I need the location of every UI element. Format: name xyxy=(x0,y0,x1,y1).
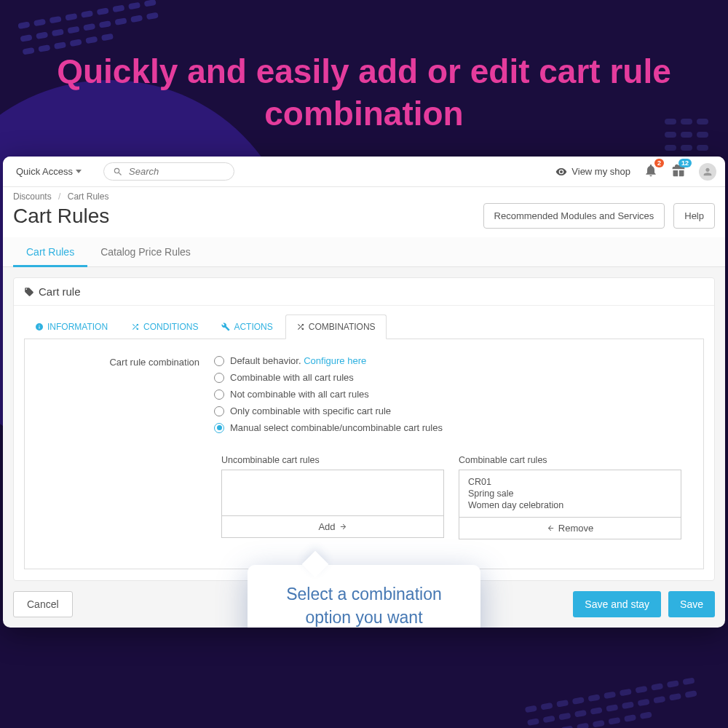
radio-manual-select[interactable]: Manual select combinable/uncombinable ca… xyxy=(214,422,681,433)
breadcrumb-current: Cart Rules xyxy=(68,191,109,202)
radio-label: Not combinable with all cart rules xyxy=(230,389,369,400)
list-item[interactable]: Women day celebration xyxy=(468,499,672,511)
tab-actions[interactable]: ACTIONS xyxy=(210,314,283,339)
radio-icon xyxy=(214,406,224,416)
view-shop-link[interactable]: View my shop xyxy=(555,166,630,178)
tab-label: CONDITIONS xyxy=(143,322,198,332)
configure-link[interactable]: Configure here xyxy=(304,355,366,366)
panel-header: Cart rule xyxy=(14,278,714,306)
recommended-modules-button[interactable]: Recommended Modules and Services xyxy=(483,203,665,229)
user-avatar[interactable] xyxy=(699,163,716,181)
tab-label: INFORMATION xyxy=(47,322,108,332)
search-icon xyxy=(113,167,123,177)
quick-access-menu[interactable]: Quick Access xyxy=(12,163,86,180)
radio-default-behavior[interactable]: Default behavior. Configure here xyxy=(214,355,681,366)
tab-label: ACTIONS xyxy=(234,322,272,332)
app-window: Quick Access View my shop 2 12 xyxy=(3,157,725,628)
shuffle-icon xyxy=(131,323,140,331)
tab-combinations[interactable]: COMBINATIONS xyxy=(285,314,387,339)
tab-cart-rules[interactable]: Cart Rules xyxy=(13,237,87,266)
decorative-dots xyxy=(522,673,715,728)
radio-icon xyxy=(214,356,224,366)
inner-tabs: INFORMATION CONDITIONS ACTIONS COMBINATI… xyxy=(14,306,714,339)
breadcrumb-separator: / xyxy=(58,191,60,202)
quick-access-label: Quick Access xyxy=(16,166,73,177)
notifications-button[interactable]: 2 xyxy=(644,163,658,181)
info-icon xyxy=(35,323,44,331)
tag-icon xyxy=(24,287,34,297)
radio-icon xyxy=(214,423,224,433)
button-label: Remove xyxy=(558,523,593,534)
combinable-label: Combinable cart rules xyxy=(459,455,681,465)
topbar: Quick Access View my shop 2 12 xyxy=(3,157,725,187)
save-and-stay-button[interactable]: Save and stay xyxy=(573,591,661,617)
radio-not-combinable[interactable]: Not combinable with all cart rules xyxy=(214,389,681,400)
combination-options: Default behavior. Configure here Combina… xyxy=(214,355,681,439)
radio-label: Default behavior. xyxy=(230,355,301,366)
list-item[interactable]: CR01 xyxy=(468,476,672,488)
radio-label: Combinable with all cart rules xyxy=(230,372,354,383)
page-title: Cart Rules xyxy=(13,205,109,228)
save-button[interactable]: Save xyxy=(668,591,715,617)
add-button[interactable]: Add xyxy=(221,516,444,538)
cart-rule-panel: Cart rule INFORMATION CONDITIONS ACTIONS… xyxy=(13,277,715,581)
arrow-right-icon xyxy=(339,523,347,531)
uncombinable-listbox[interactable] xyxy=(221,470,444,516)
breadcrumb-parent[interactable]: Discounts xyxy=(13,191,52,202)
combinable-column: Combinable cart rules CR01 Spring sale W… xyxy=(459,455,681,539)
radio-icon xyxy=(214,389,224,400)
cart-notifications-button[interactable]: 12 xyxy=(671,163,686,181)
radio-combinable-all[interactable]: Combinable with all cart rules xyxy=(214,372,681,383)
tooltip-callout: Select a combination option you want xyxy=(248,565,480,628)
combinations-form: Cart rule combination Default behavior. … xyxy=(24,339,704,569)
button-label: Add xyxy=(318,521,335,532)
shuffle-icon xyxy=(296,323,305,331)
search-field[interactable] xyxy=(103,162,234,181)
callout-text: Select a combination option you want xyxy=(268,582,460,628)
combinable-listbox[interactable]: CR01 Spring sale Women day celebration xyxy=(459,470,681,518)
radio-label: Only combinable with specific cart rule xyxy=(230,405,391,416)
cancel-button[interactable]: Cancel xyxy=(13,591,73,617)
view-shop-label: View my shop xyxy=(571,166,630,177)
tab-conditions[interactable]: CONDITIONS xyxy=(120,314,209,339)
search-input[interactable] xyxy=(129,166,225,177)
uncombinable-label: Uncombinable cart rules xyxy=(221,455,444,465)
tab-label: COMBINATIONS xyxy=(309,322,376,332)
chevron-down-icon xyxy=(76,170,82,173)
list-item[interactable]: Spring sale xyxy=(468,488,672,499)
breadcrumb: Discounts / Cart Rules xyxy=(3,187,725,202)
uncombinable-column: Uncombinable cart rules Add xyxy=(221,455,444,539)
arrow-left-icon xyxy=(547,524,555,532)
promo-heading: Quickly and easily add or edit cart rule… xyxy=(0,0,728,157)
cart-badge: 12 xyxy=(678,159,692,167)
field-label: Cart rule combination xyxy=(47,355,214,439)
radio-icon xyxy=(214,373,224,383)
help-button[interactable]: Help xyxy=(673,203,715,229)
radio-specific-rule[interactable]: Only combinable with specific cart rule xyxy=(214,405,681,416)
panel-title: Cart rule xyxy=(39,285,81,298)
wrench-icon xyxy=(221,323,230,331)
notification-badge: 2 xyxy=(654,159,664,167)
title-row: Cart Rules Recommended Modules and Servi… xyxy=(3,202,725,237)
user-icon xyxy=(702,166,713,178)
tab-catalog-price-rules[interactable]: Catalog Price Rules xyxy=(87,237,204,266)
tab-information[interactable]: INFORMATION xyxy=(24,314,119,339)
radio-label: Manual select combinable/uncombinable ca… xyxy=(230,422,443,433)
remove-button[interactable]: Remove xyxy=(459,518,681,539)
subtabs: Cart Rules Catalog Price Rules xyxy=(3,237,725,267)
eye-icon xyxy=(555,166,567,178)
